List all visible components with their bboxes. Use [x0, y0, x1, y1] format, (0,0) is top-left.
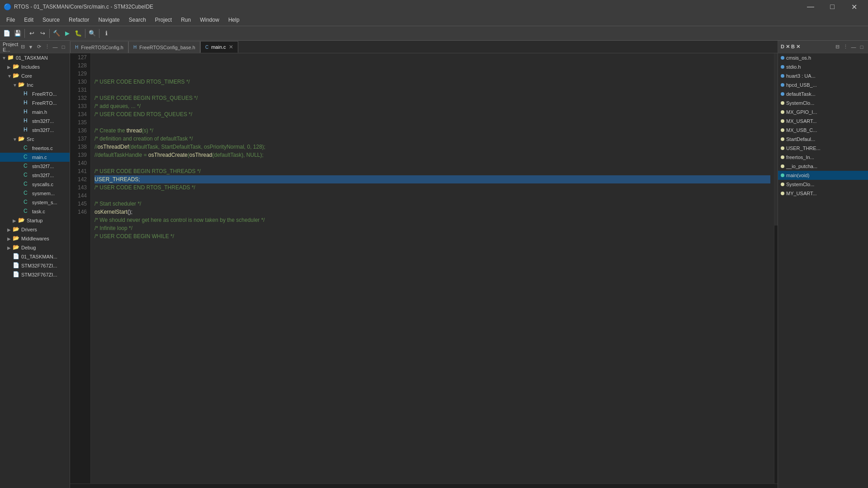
outline-item-9[interactable]: StartDefaul... — [778, 135, 868, 144]
tree-label-16: system_s... — [32, 200, 57, 205]
tree-item-0[interactable]: ▼📁01_TASKMAN — [0, 53, 70, 62]
editor-tab-bar: H FreeRTOSConfig.h H FreeRTOSConfig_base… — [70, 41, 778, 53]
menu-navigate[interactable]: Navigate — [94, 15, 124, 25]
tree-item-5[interactable]: HFreeRTO... — [0, 99, 70, 108]
tree-item-13[interactable]: Cstm32f7... — [0, 171, 70, 180]
outline-label-2: huart3 : UA... — [786, 73, 816, 79]
tab-freertosconfig-base-h[interactable]: H FreeRTOSConfig_base.h — [128, 41, 200, 53]
menu-search[interactable]: Search — [124, 15, 151, 25]
tree-item-16[interactable]: Csystem_s... — [0, 198, 70, 207]
outline-item-8[interactable]: MX_USB_C... — [778, 126, 868, 135]
code-line-130: /* add queues, ... */ — [94, 102, 770, 110]
outline-item-2[interactable]: huart3 : UA... — [778, 71, 868, 80]
outline-item-4[interactable]: defaultTask... — [778, 89, 868, 99]
tree-item-17[interactable]: Ctask.c — [0, 207, 70, 216]
tree-item-11[interactable]: Cmain.c — [0, 153, 70, 162]
tree-item-7[interactable]: Hstm32f7... — [0, 117, 70, 126]
tree-item-9[interactable]: ▼📂Src — [0, 135, 70, 144]
tab-close-main[interactable]: ✕ — [229, 44, 233, 50]
outline-item-13[interactable]: main(void) — [778, 171, 868, 180]
tree-item-3[interactable]: ▼📂Inc — [0, 80, 70, 89]
outline-dot-0 — [781, 56, 784, 60]
outline-item-6[interactable]: MX_GPIO_I... — [778, 108, 868, 117]
pe-menu-button[interactable]: ⋮ — [43, 43, 51, 51]
editor-horizontal-scrollbar[interactable] — [70, 483, 778, 488]
tree-icon-2: 📂 — [13, 72, 20, 80]
tab-main-c[interactable]: C main.c ✕ — [200, 41, 238, 53]
info-button[interactable]: ℹ — [101, 28, 111, 38]
tree-item-15[interactable]: Csysmem... — [0, 189, 70, 198]
tree-icon-9: 📂 — [18, 136, 25, 143]
menu-refactor[interactable]: Refactor — [64, 15, 94, 25]
tab-freertosconfig-h[interactable]: H FreeRTOSConfig.h — [70, 41, 128, 53]
tree-item-20[interactable]: ▶📂Middlewares — [0, 234, 70, 243]
save-button[interactable]: 💾 — [13, 28, 23, 38]
run-button[interactable]: ▶ — [62, 28, 72, 38]
outline-collapse-button[interactable]: ⊟ — [834, 43, 841, 51]
menu-source[interactable]: Source — [38, 15, 64, 25]
pe-filter-button[interactable]: ▼ — [27, 43, 34, 51]
minimize-button[interactable]: — — [800, 0, 821, 14]
tree-item-18[interactable]: ▶📂Startup — [0, 216, 70, 225]
outline-item-10[interactable]: USER_THRE... — [778, 144, 868, 153]
maximize-button[interactable]: □ — [822, 0, 843, 14]
code-line-144: /* We should never get here as control i… — [94, 216, 770, 224]
menu-edit[interactable]: Edit — [19, 15, 38, 25]
toolbar-separator-1 — [24, 29, 25, 38]
redo-button[interactable]: ↪ — [38, 28, 47, 38]
outline-minimize-button[interactable]: — — [850, 43, 857, 51]
tree-item-8[interactable]: Hstm32f7... — [0, 126, 70, 135]
pe-sync-button[interactable]: ⟳ — [35, 43, 42, 51]
outline-item-7[interactable]: MX_USART... — [778, 117, 868, 126]
menu-run[interactable]: Run — [176, 15, 195, 25]
tree-item-10[interactable]: Cfreertos.c — [0, 144, 70, 153]
tree-item-19[interactable]: ▶📂Drivers — [0, 225, 70, 234]
line-number-139: 139 — [74, 151, 87, 159]
tree-item-4[interactable]: HFreeRTO... — [0, 89, 70, 99]
tree-item-21[interactable]: ▶📂Debug — [0, 243, 70, 252]
close-button[interactable]: ✕ — [844, 0, 864, 14]
outline-item-5[interactable]: SystemClo... — [778, 99, 868, 108]
tree-item-14[interactable]: Csyscalls.c — [0, 180, 70, 189]
new-button[interactable]: 📄 — [2, 28, 12, 38]
undo-button[interactable]: ↩ — [27, 28, 37, 38]
tree-arrow-1: ▶ — [7, 65, 13, 70]
tree-icon-7: H — [24, 117, 31, 125]
outline-label-5: SystemClo... — [786, 100, 814, 106]
outline-maximize-button[interactable]: □ — [858, 43, 865, 51]
debug-button[interactable]: 🐛 — [73, 28, 83, 38]
menu-project[interactable]: Project — [151, 15, 176, 25]
title-bar-left: 🔵 RTOS - 01_TASKMAN/Core/Src/main.c - ST… — [4, 3, 153, 10]
code-line-133: /* Create the thread(s) */ — [94, 127, 770, 135]
pe-collapse-button[interactable]: ⊟ — [19, 43, 26, 51]
tree-item-24[interactable]: 📄STM32F767ZI... — [0, 270, 70, 279]
minimap-thumb — [774, 53, 778, 225]
code-line-145: /* Infinite loop */ — [94, 224, 770, 232]
outline-item-11[interactable]: freertos_In... — [778, 153, 868, 162]
outline-item-0[interactable]: cmsis_os.h — [778, 53, 868, 62]
pe-maximize-button[interactable]: □ — [60, 43, 67, 51]
tree-item-6[interactable]: Hmain.h — [0, 108, 70, 117]
outline-item-15[interactable]: MY_USART... — [778, 189, 868, 198]
toolbar-separator-4 — [99, 29, 99, 38]
code-line-128 — [94, 86, 770, 94]
tree-item-22[interactable]: 📄01_TASKMAN... — [0, 252, 70, 261]
menu-file[interactable]: File — [2, 15, 19, 25]
code-content[interactable]: /* USER CODE END RTOS_TIMERS */ /* USER … — [91, 53, 774, 483]
menu-window[interactable]: Window — [195, 15, 224, 25]
pe-minimize-button[interactable]: — — [52, 43, 59, 51]
menu-help[interactable]: Help — [224, 15, 244, 25]
search-button[interactable]: 🔍 — [87, 28, 97, 38]
tree-item-23[interactable]: 📄STM32F767ZI... — [0, 261, 70, 270]
tree-item-2[interactable]: ▼📂Core — [0, 71, 70, 80]
outline-item-1[interactable]: stdio.h — [778, 62, 868, 71]
outline-item-12[interactable]: __io_putcha... — [778, 162, 868, 171]
build-button[interactable]: 🔨 — [52, 28, 61, 38]
outline-menu-button[interactable]: ⋮ — [842, 43, 849, 51]
outline-item-14[interactable]: SystemClo... — [778, 180, 868, 189]
title-bar: 🔵 RTOS - 01_TASKMAN/Core/Src/main.c - ST… — [0, 0, 868, 14]
tree-item-1[interactable]: ▶📂Includes — [0, 62, 70, 71]
outline-item-3[interactable]: hpcd_USB_... — [778, 80, 868, 89]
tree-item-12[interactable]: Cstm32f7... — [0, 162, 70, 171]
tree-label-4: FreeRTO... — [32, 91, 57, 97]
